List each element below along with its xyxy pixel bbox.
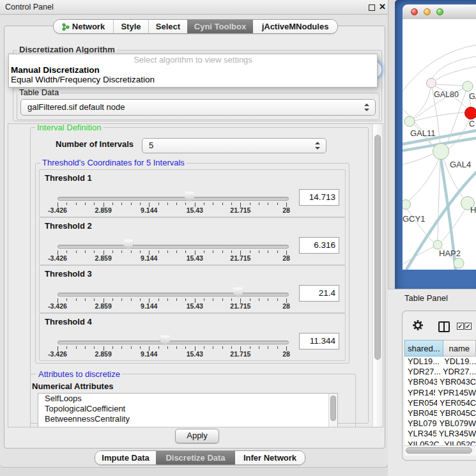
threshold-2-slider-track[interactable] (58, 245, 289, 249)
table-data-group-title: Table Data (17, 88, 61, 96)
network-edge[interactable] (436, 84, 463, 86)
slider-tick (66, 298, 67, 301)
network-edge[interactable] (409, 159, 439, 201)
threshold-1-box: Threshold 1-3.4262.8599.14415.4321.71528… (39, 169, 346, 217)
cell-shared-name: YIL052C (404, 440, 441, 446)
tab-discretize-data[interactable]: Discretize Data (156, 451, 235, 464)
threshold-1-slider-track[interactable] (58, 197, 289, 201)
table-row[interactable]: YDR27...YDR27... (404, 367, 476, 377)
dropdown-option-equal-width-frequency[interactable]: Equal Width/Frequency Discretization (9, 75, 377, 84)
settings-vertical-scrollbar[interactable] (372, 124, 383, 427)
network-node-hap2[interactable] (433, 240, 442, 249)
cell-shared-name: YER054C (404, 398, 437, 408)
algorithm-dropdown-popup: Select algorithm to view settings Manual… (8, 54, 378, 88)
network-edge[interactable] (447, 91, 466, 145)
column-layout-icon[interactable] (438, 321, 450, 332)
threshold-1-value-field[interactable]: 14.713 (299, 189, 339, 206)
network-canvas[interactable]: GAL80GACGAL11GAL4GCY1HHAP2 (403, 19, 476, 270)
threshold-4-value-field[interactable]: 11.344 (299, 333, 339, 349)
column-header-name[interactable]: name (443, 340, 476, 357)
slider-tick (167, 298, 168, 301)
slider-tick (259, 203, 259, 205)
slider-tick-label: 9.144 (141, 254, 157, 262)
apply-button[interactable]: Apply (175, 429, 219, 443)
minimize-traffic-light-icon[interactable] (424, 8, 431, 15)
network-edge[interactable] (415, 112, 465, 121)
attribute-list-item[interactable]: SelfLoops (38, 394, 337, 404)
node-table[interactable]: shared... name YDL19...YDL19...YDR27...Y… (404, 340, 476, 445)
tab-infer-network[interactable]: Infer Network (235, 451, 305, 464)
threshold-3-slider-track[interactable] (58, 293, 289, 296)
table-row[interactable]: YPR145WYPR145W (404, 388, 476, 398)
slider-tick (131, 203, 132, 205)
checkbox-icon[interactable]: ✓ (464, 323, 472, 330)
attributes-list-scrollbar[interactable] (328, 394, 337, 427)
threshold-4-slider-track[interactable] (58, 341, 289, 344)
network-window-titlebar (403, 4, 476, 20)
threshold-3-box: Threshold 3-3.4262.8599.14415.4321.71528… (39, 265, 346, 313)
attribute-list-item[interactable]: BetweennessCentrality (38, 414, 337, 424)
tab-style[interactable]: Style (114, 20, 149, 33)
network-edge[interactable] (403, 154, 433, 165)
numerical-attributes-list[interactable]: SelfLoopsTopologicalCoefficientBetweenne… (38, 393, 338, 427)
close-traffic-light-icon[interactable] (411, 8, 418, 15)
gear-icon[interactable] (412, 319, 424, 331)
slider-tick (176, 346, 177, 349)
tab-cyni-toolbox[interactable]: Cyni Toolbox (187, 20, 253, 33)
threshold-2-value-field[interactable]: 6.316 (299, 237, 339, 254)
network-node-gal80[interactable] (427, 79, 436, 88)
tab-impute-data[interactable]: Impute Data (95, 451, 156, 464)
network-edge[interactable] (438, 160, 440, 240)
dropdown-option-manual-discretization[interactable]: Manual Discretization (9, 65, 377, 75)
network-node[interactable] (454, 258, 464, 268)
number-of-intervals-combobox[interactable]: 5 (142, 138, 326, 153)
table-data-combobox[interactable]: galFiltered.sif default node (20, 99, 376, 116)
table-row[interactable]: YDL19...YDL19... (404, 357, 476, 367)
float-window-icon[interactable] (369, 4, 375, 11)
table-row[interactable]: YBR045CYBR045C (404, 408, 476, 418)
tab-select[interactable]: Select (149, 20, 187, 33)
cell-name: YDL19... (441, 357, 476, 367)
tab-jactivemnodules[interactable]: jActiveMNodules (253, 20, 337, 33)
slider-tick-label: 21.715 (230, 254, 250, 262)
network-node-gcy1[interactable] (403, 200, 411, 210)
slider-tick (76, 298, 77, 301)
threshold-3-value-field[interactable]: 21.4 (299, 285, 339, 302)
slider-tick-label: 9.144 (141, 206, 157, 214)
table-horizontal-scrollbar[interactable] (404, 445, 476, 456)
table-row[interactable]: YIL052CYIL052C (404, 440, 476, 446)
table-row[interactable]: YER054CYER054C (404, 398, 476, 408)
slider-tick (268, 346, 268, 349)
slider-tick (213, 346, 213, 349)
attribute-list-item[interactable]: TopologicalCoefficient (38, 404, 337, 414)
zoom-traffic-light-icon[interactable] (436, 8, 443, 15)
tab-network[interactable]: Network (54, 20, 114, 33)
discretization-algorithm-group-title: Discretization Algorithm (17, 45, 117, 54)
slider-tick-label: 28 (282, 350, 290, 358)
network-node-gal11[interactable] (404, 116, 415, 127)
column-header-shared-name[interactable]: shared... (404, 340, 443, 357)
network-node-gal4[interactable] (433, 144, 449, 160)
cell-shared-name: YBR043C (404, 377, 437, 387)
slider-tick (213, 203, 213, 205)
combo-stepper-icon (315, 142, 320, 150)
close-icon[interactable]: ✕ (379, 1, 386, 13)
slider-tick (66, 250, 67, 253)
slider-tick (85, 203, 86, 205)
table-row[interactable]: YLR345WYLR345W (404, 429, 476, 439)
cell-name: YBR043C (437, 377, 476, 387)
network-edge[interactable] (432, 56, 476, 79)
network-node-c[interactable] (465, 107, 476, 119)
slider-tick (231, 203, 232, 205)
cell-shared-name: YBL079W (404, 418, 436, 429)
slider-tick-label: -3.426 (48, 302, 67, 310)
checkbox-icon[interactable]: ✓ (457, 323, 464, 330)
slider-tick (259, 250, 259, 253)
table-row[interactable]: YBR043CYBR043C (404, 377, 476, 387)
network-icon (62, 22, 70, 31)
slider-tick (66, 203, 67, 205)
slider-tick (277, 250, 278, 253)
network-node-ga[interactable] (463, 81, 473, 91)
table-row[interactable]: YBL079WYBL079W (404, 418, 476, 429)
slider-tick (112, 203, 113, 205)
